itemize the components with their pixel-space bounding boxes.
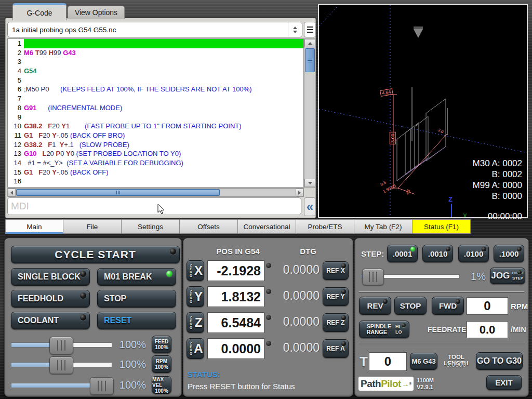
- line-text: [24, 113, 303, 122]
- reset-button[interactable]: RESET: [97, 312, 176, 329]
- feedhold-button[interactable]: FEEDHOLD: [11, 290, 90, 308]
- pos-y-field[interactable]: 1.8132: [207, 286, 264, 307]
- line-number: 7: [8, 94, 24, 103]
- mdi-input[interactable]: [7, 197, 301, 215]
- jog-percent: 1%: [465, 271, 486, 283]
- tab-conversational[interactable]: Conversational: [238, 219, 296, 234]
- jog-cont-step-button[interactable]: JOG CONT STEP: [490, 268, 525, 284]
- line-number: 2: [8, 48, 24, 58]
- scroll-up-icon[interactable]: [304, 39, 315, 47]
- ref-z-button[interactable]: REF Z: [323, 313, 349, 332]
- maxvel-override-reset-button[interactable]: MAX VEL100%: [152, 376, 171, 394]
- tab-file[interactable]: File: [63, 219, 122, 234]
- stop-button[interactable]: STOP: [97, 290, 176, 308]
- collapse-chevrons-icon[interactable]: «: [304, 197, 316, 216]
- tab-view-options[interactable]: View Options: [68, 6, 125, 19]
- single-block-button[interactable]: SINGLE BLOCK: [11, 268, 90, 286]
- lo-led: [402, 323, 406, 327]
- cycle-start-button[interactable]: CYCLE START: [11, 246, 180, 263]
- go-to-g30-button[interactable]: GO TO G30: [476, 352, 523, 370]
- step-1000-button[interactable]: .1000: [494, 245, 524, 262]
- scroll-left-icon[interactable]: [8, 189, 16, 196]
- file-selector[interactable]: 1a initial probing ops G54 G55.nc: [7, 22, 302, 37]
- tab-gcode[interactable]: G-Code: [12, 3, 66, 20]
- lo-label: LO: [395, 330, 402, 334]
- dro-panel: POS IN G54 DTG Z E R OX-2.19280.0000REF …: [183, 238, 353, 397]
- jog-slider-handle[interactable]: [362, 269, 384, 285]
- gcode-vertical-scrollbar[interactable]: [304, 38, 316, 188]
- axis-letter: Z: [193, 315, 204, 330]
- pos-x-field[interactable]: -2.1928: [207, 260, 264, 281]
- zero-label: Z E R O: [187, 316, 193, 329]
- axis-letter: A: [193, 341, 204, 356]
- dimension-label: 3.00: [390, 132, 396, 144]
- svg-text:0.5: 0.5: [380, 180, 388, 187]
- spindle-rev-button[interactable]: REV: [359, 297, 391, 315]
- feedrate-unit-label: /MIN: [511, 325, 526, 334]
- feed-override-handle[interactable]: [49, 337, 73, 354]
- spindle-range-button[interactable]: SPINDLERANGE HI LO: [359, 321, 409, 338]
- zero-a-button[interactable]: Z E R OA: [187, 338, 204, 359]
- step-0001-button[interactable]: .0001: [387, 245, 418, 262]
- coolant-button[interactable]: COOLANT: [11, 312, 90, 329]
- tab-settings[interactable]: Settings: [122, 219, 180, 234]
- step-0010-button[interactable]: .0010: [422, 245, 453, 262]
- line-text: G10 L20 P0 Y0 (SET PROBED LOCATION TO Y0…: [24, 149, 303, 158]
- jog-label: JOG: [491, 271, 510, 281]
- ref-y-button[interactable]: REF Y: [323, 287, 349, 306]
- m6-g43-button[interactable]: M6 G43: [410, 353, 437, 370]
- rpm-field[interactable]: 0: [467, 297, 508, 315]
- line-text: G1 F20 Y-.05 (BACK OFF BRO): [24, 131, 303, 140]
- fwd-label: FWD: [439, 301, 457, 310]
- horizontal-scroll-thumb[interactable]: [16, 189, 220, 196]
- line-number: 11: [8, 131, 24, 140]
- main-tab-bar: MainFileSettingsOffsetsConversationalPro…: [5, 219, 471, 234]
- line-number: 14: [8, 158, 24, 168]
- pos-z-field[interactable]: 6.5484: [207, 312, 264, 333]
- tab-probe-ets[interactable]: Probe/ETS: [296, 219, 354, 234]
- feed-override-reset-button[interactable]: FEED100%: [152, 336, 171, 353]
- pos-header: POS IN G54: [204, 247, 272, 256]
- combo-spinner-icon[interactable]: [288, 22, 302, 37]
- gcode-line: 3: [8, 57, 303, 66]
- line-number: 1: [8, 39, 24, 48]
- feed-override-value: 100%: [115, 339, 146, 351]
- step-0100-button[interactable]: .0100: [458, 245, 489, 262]
- zero-y-button[interactable]: Z E R OY: [187, 286, 204, 307]
- rpm-override-handle[interactable]: [49, 356, 73, 374]
- tab-status-f1[interactable]: Status (F1): [413, 219, 471, 234]
- gcode-line: 6;M50 P0 (KEEPS FEED AT 100%, IF THE SLI…: [8, 85, 303, 94]
- scroll-right-icon[interactable]: [296, 189, 303, 196]
- m01-break-button[interactable]: M01 BREAK: [97, 268, 176, 286]
- gcode-line: 12G38.2 F1 Y+.1 (SLOW PROBE): [8, 140, 303, 150]
- tab-my-tab-f2[interactable]: My Tab (F2): [354, 219, 413, 234]
- step-led: [482, 247, 486, 251]
- zero-x-button[interactable]: Z E R OX: [187, 260, 204, 281]
- gcode-horizontal-scrollbar[interactable]: [7, 188, 304, 197]
- pos-x-led: [266, 263, 271, 268]
- tab-offsets[interactable]: Offsets: [180, 219, 238, 234]
- rpm-override-reset-button[interactable]: RPM100%: [152, 355, 171, 373]
- pos-a-field[interactable]: 0.0000: [207, 338, 264, 359]
- toolpath-view[interactable]: 0.5 1.50.05 .25 3.0 Z y 4.64 3.00 M30 A:…: [318, 4, 528, 218]
- step-led: [517, 247, 522, 251]
- gcode-line: 2M6 T99 H99 G43: [8, 48, 303, 58]
- file-menu-button[interactable]: [304, 22, 316, 37]
- ref-x-button[interactable]: REF X: [323, 261, 349, 280]
- mouse-cursor: [157, 204, 166, 215]
- feedrate-field[interactable]: 0.0: [467, 321, 508, 338]
- line-text: [24, 177, 303, 186]
- gcode-editor[interactable]: 12M6 T99 H99 G4334G5456;M50 P0 (KEEPS FE…: [7, 38, 304, 188]
- zero-z-button[interactable]: Z E R OZ: [187, 312, 204, 333]
- scroll-down-icon[interactable]: [304, 179, 315, 187]
- tab-main[interactable]: Main: [5, 219, 63, 234]
- exit-button[interactable]: EXIT: [486, 375, 522, 390]
- tool-number-field[interactable]: 0: [369, 352, 407, 371]
- maxvel-override-handle[interactable]: [90, 377, 114, 395]
- ref-a-button[interactable]: REF A: [323, 339, 349, 358]
- spindle-fwd-button[interactable]: FWD: [432, 297, 464, 315]
- line-text: [24, 57, 303, 66]
- line-text: G1 F20 Y-.05 (BACK OFF): [24, 168, 303, 177]
- spindle-stop-button[interactable]: STOP: [394, 297, 427, 315]
- vertical-scroll-thumb[interactable]: [305, 48, 315, 72]
